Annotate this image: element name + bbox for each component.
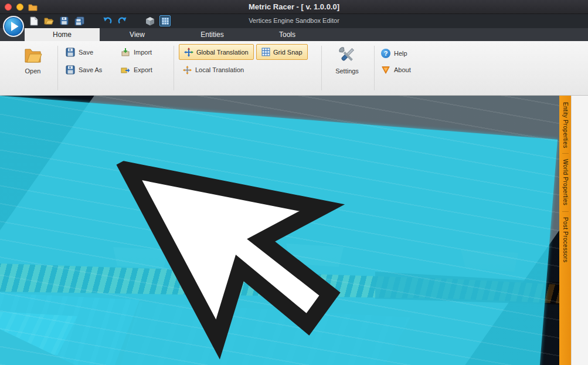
- global-translation-button[interactable]: Global Translation: [179, 44, 254, 60]
- save-icon: [66, 48, 75, 57]
- about-icon: [381, 65, 390, 75]
- save-button[interactable]: Save: [66, 46, 93, 59]
- grid-toggle-icon: [161, 17, 169, 25]
- local-translation-label: Local Translation: [195, 66, 244, 73]
- help-glyph: ?: [384, 50, 388, 57]
- cube-icon: [145, 16, 155, 26]
- import-icon: [121, 48, 130, 57]
- toolbar-icons: [28, 15, 171, 26]
- export-label: Export: [134, 66, 152, 73]
- open-folder-icon: [23, 46, 42, 65]
- save-icon: [60, 16, 69, 25]
- grid-snap-label: Grid Snap: [273, 49, 303, 56]
- play-button[interactable]: [2, 15, 25, 38]
- new-file-icon: [30, 16, 38, 26]
- redo-icon: [118, 16, 127, 26]
- global-translation-label: Global Translation: [196, 49, 249, 56]
- settings-button[interactable]: Settings: [330, 46, 364, 75]
- ribbon-separator: [57, 46, 58, 90]
- grid-toggle-button[interactable]: [159, 15, 171, 26]
- save-as-icon: [66, 65, 75, 75]
- export-button[interactable]: Export: [121, 63, 152, 76]
- about-button[interactable]: About: [381, 63, 411, 76]
- import-button[interactable]: Import: [121, 46, 152, 59]
- export-icon: [121, 65, 130, 75]
- quick-access-toolbar: Vertices Engine Sandbox Editor: [0, 14, 588, 28]
- ribbon-separator: [174, 46, 174, 90]
- open-label: Open: [25, 67, 41, 75]
- tab-view[interactable]: View: [100, 28, 175, 41]
- tab-post-processors[interactable]: Post Processors: [562, 211, 569, 268]
- redo-button[interactable]: [117, 15, 128, 26]
- grid-snap-button[interactable]: Grid Snap: [256, 44, 308, 60]
- window-title: Metric Racer - [ v. 1.0.0.0]: [249, 2, 339, 11]
- tab-tools[interactable]: Tools: [250, 28, 325, 41]
- cube-view-button[interactable]: [144, 15, 155, 26]
- save-all-icon: [74, 16, 84, 26]
- settings-label: Settings: [335, 67, 359, 75]
- tab-world-properties[interactable]: World Properties: [562, 153, 569, 211]
- close-button[interactable]: [5, 4, 12, 11]
- settings-icon: [338, 46, 356, 65]
- ribbon-separator: [374, 46, 375, 90]
- open-button[interactable]: Open: [18, 46, 48, 75]
- help-label: Help: [394, 50, 407, 57]
- local-translation-icon: [183, 66, 192, 75]
- side-panel-tab-strip: Entity Properties World Properties Post …: [559, 96, 571, 365]
- app-window: Metric Racer - [ v. 1.0.0.0] Vertices En…: [0, 0, 588, 365]
- new-file-button[interactable]: [28, 15, 39, 26]
- tab-home[interactable]: Home: [25, 28, 100, 41]
- save-all-button[interactable]: [74, 15, 85, 26]
- help-button[interactable]: ? Help: [381, 47, 407, 60]
- about-label: About: [394, 66, 411, 73]
- import-label: Import: [134, 49, 152, 56]
- tab-entities[interactable]: Entities: [175, 28, 250, 41]
- local-translation-button[interactable]: Local Translation: [183, 63, 244, 76]
- save-as-label: Save As: [79, 66, 102, 73]
- window-controls: [5, 0, 38, 14]
- open-file-icon: [44, 17, 54, 25]
- save-file-button[interactable]: [59, 15, 70, 26]
- folder-icon: [28, 4, 38, 11]
- open-file-button[interactable]: [43, 15, 55, 26]
- undo-icon: [103, 16, 112, 26]
- tab-entity-properties[interactable]: Entity Properties: [562, 97, 569, 153]
- minimize-button[interactable]: [16, 4, 23, 11]
- global-translation-icon: [184, 48, 193, 57]
- grid-snap-icon: [261, 48, 270, 56]
- help-icon: ?: [381, 49, 390, 58]
- ribbon-separator: [321, 46, 322, 90]
- ribbon: Open Save Save As: [0, 41, 588, 96]
- save-as-button[interactable]: Save As: [66, 63, 102, 76]
- undo-button[interactable]: [101, 15, 113, 26]
- ribbon-tab-bar: Home View Entities Tools: [0, 28, 588, 41]
- viewport-3d-scene[interactable]: [0, 96, 559, 365]
- save-label: Save: [79, 49, 93, 56]
- titlebar: Metric Racer - [ v. 1.0.0.0]: [0, 0, 588, 14]
- collapsed-panel-gutter: [571, 96, 588, 365]
- play-icon: [2, 15, 25, 38]
